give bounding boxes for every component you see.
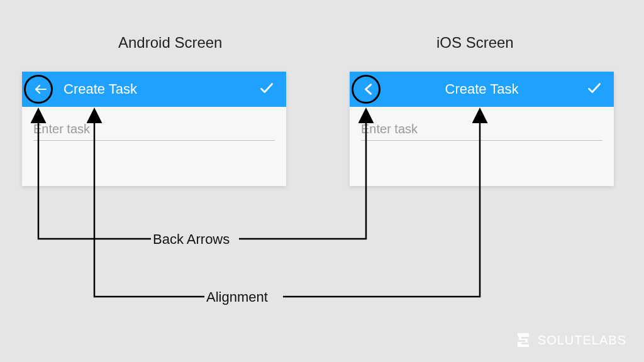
appbar-title: Create Task xyxy=(64,81,137,97)
task-input[interactable]: Enter task xyxy=(361,122,602,141)
task-input[interactable]: Enter task xyxy=(33,122,275,141)
ios-appbar: Create Task xyxy=(350,72,614,107)
brand-text: SOLUTELABS xyxy=(538,333,626,348)
check-icon[interactable] xyxy=(586,80,602,99)
check-icon[interactable] xyxy=(258,80,275,99)
android-label: Android Screen xyxy=(118,34,222,52)
brand: SOLUTELABS xyxy=(514,331,626,349)
android-input-area: Enter task xyxy=(22,107,286,141)
ios-label: iOS Screen xyxy=(436,34,514,52)
android-screen: Create Task Enter task xyxy=(22,72,286,186)
annotation-circle xyxy=(24,75,53,104)
alignment-annotation: Alignment xyxy=(206,289,268,305)
android-appbar: Create Task xyxy=(22,72,286,107)
ios-screen: Create Task Enter task xyxy=(350,72,614,186)
ios-input-area: Enter task xyxy=(350,107,614,141)
annotation-circle xyxy=(352,75,380,104)
back-arrows-annotation: Back Arrows xyxy=(153,231,230,248)
appbar-title: Create Task xyxy=(445,81,519,97)
brand-logo-icon xyxy=(514,331,533,349)
